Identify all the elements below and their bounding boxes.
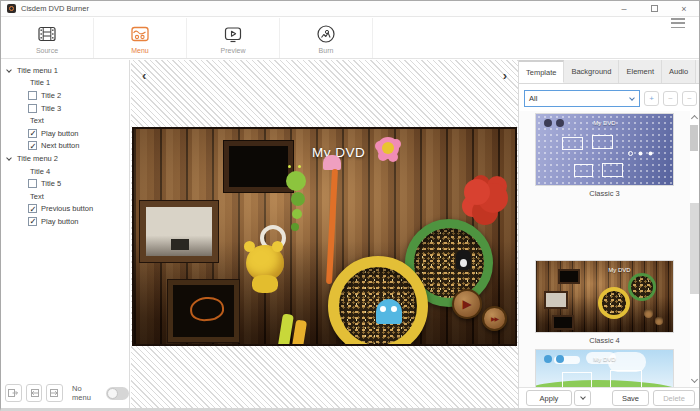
tree-item-play-button-1[interactable]: Play button <box>1 127 129 140</box>
dvd-menu-artwork: My DVD ▶ ▶▶ <box>132 127 517 346</box>
template-panel: Template Background Element Audio All + … <box>518 60 700 408</box>
tab-audio[interactable]: Audio <box>662 60 696 83</box>
tree-group-title-menu-2[interactable]: Title menu 2 <box>1 152 129 165</box>
tree-item-next-button[interactable]: Next button <box>1 140 129 153</box>
maximize-icon <box>651 5 658 12</box>
red-flower-toy-decoration <box>464 179 490 205</box>
checkbox[interactable] <box>28 104 37 113</box>
tab-template[interactable]: Template <box>519 60 564 83</box>
chevron-down-icon[interactable] <box>6 67 12 73</box>
scroll-down-icon[interactable] <box>691 376 698 383</box>
checkbox[interactable] <box>28 91 37 100</box>
tab-background[interactable]: Background <box>564 60 619 83</box>
apply-button[interactable]: Apply <box>526 390 572 406</box>
move-in-right-button[interactable] <box>46 384 63 402</box>
move-in-left-button[interactable] <box>26 384 43 402</box>
placeholder-rect <box>602 163 623 177</box>
template-thumbnail[interactable]: My DVD <box>536 114 673 185</box>
tree-label: Title menu 2 <box>17 154 58 163</box>
template-name: Classic 3 <box>519 189 690 198</box>
tree-item-text-2[interactable]: Text <box>1 190 129 203</box>
mini-frame <box>552 315 574 330</box>
scroll-up-icon[interactable] <box>691 115 698 122</box>
preview-player-icon <box>222 23 244 45</box>
template-list: My DVD Classic 3 My DVD <box>519 111 690 387</box>
tree-item-title-3[interactable]: Title 3 <box>1 102 129 115</box>
next-template-arrow[interactable]: › <box>503 68 507 83</box>
tab-source[interactable]: Source <box>1 18 94 58</box>
maximize-button[interactable] <box>639 1 669 16</box>
delete-button[interactable]: Delete <box>653 390 695 406</box>
panel-controls: All + − − <box>519 85 700 111</box>
tree-item-title-1[interactable]: Title 1 <box>1 77 129 90</box>
menu-play-button[interactable]: ▶ <box>452 289 482 319</box>
checkbox[interactable] <box>28 217 37 226</box>
tree-label: Previous button <box>41 204 93 213</box>
burn-disc-icon <box>315 23 337 45</box>
tree-label: Title 2 <box>41 91 61 100</box>
menu-template-icon <box>129 23 151 45</box>
no-menu-toggle[interactable] <box>106 387 129 400</box>
tab-menu[interactable]: Menu <box>94 18 187 58</box>
close-button[interactable]: × <box>669 1 699 16</box>
tree-item-previous-button[interactable]: Previous button <box>1 203 129 216</box>
panel-footer: Apply Save Delete <box>519 387 700 408</box>
scrollbar-thumb[interactable] <box>690 125 698 151</box>
move-out-button[interactable] <box>5 384 22 402</box>
more-template-button[interactable]: − <box>682 91 697 106</box>
tree-label: Next button <box>41 141 79 150</box>
tree-group-title-menu-1[interactable]: Title menu 1 <box>1 64 129 77</box>
checkbox[interactable] <box>28 204 37 213</box>
tree-item-title-4[interactable]: Title 4 <box>1 165 129 178</box>
mini-yellow-bowl <box>598 287 630 319</box>
tree-item-title-5[interactable]: Title 5 <box>1 177 129 190</box>
thumbnail-title: My DVD <box>566 267 673 273</box>
grass-hill-decoration <box>536 380 673 387</box>
remove-template-button[interactable]: − <box>663 91 678 106</box>
sidebar-footer: No menu <box>1 382 129 404</box>
tab-preview[interactable]: Preview <box>187 18 280 58</box>
thumbnail-title: My DVD <box>536 120 673 126</box>
template-scrollbar[interactable] <box>689 111 700 387</box>
checkbox[interactable] <box>28 141 37 150</box>
template-card-classic-4[interactable]: My DVD Classic 4 <box>519 261 690 345</box>
chevron-down-icon <box>580 394 586 400</box>
template-thumbnail[interactable]: My DVD ◂ ▸ ▸ <box>536 350 673 387</box>
chevron-down-icon[interactable] <box>6 155 12 161</box>
tree-item-play-button-2[interactable]: Play button <box>1 215 129 228</box>
no-menu-label: No menu <box>72 384 100 402</box>
blue-ghost-toy-decoration <box>376 299 402 324</box>
tab-element[interactable]: Element <box>619 60 662 83</box>
tree-label: Play button <box>41 217 79 226</box>
checkbox[interactable] <box>28 129 37 138</box>
checkbox[interactable] <box>28 179 37 188</box>
hamburger-menu-icon[interactable] <box>671 18 685 28</box>
template-filter-dropdown[interactable]: All <box>524 90 640 107</box>
menu-next-button[interactable]: ▶▶ <box>482 306 507 331</box>
arrow-in-left-icon <box>28 387 40 399</box>
tree-label: Title 1 <box>30 78 50 87</box>
template-card-classic-3[interactable]: My DVD Classic 3 <box>519 114 690 198</box>
mini-frame <box>544 291 568 309</box>
mini-green-bowl <box>628 273 656 301</box>
previous-template-arrow[interactable]: ‹ <box>142 68 146 83</box>
app-window: Cisdem DVD Burner – × Source <box>0 0 700 411</box>
save-button[interactable]: Save <box>612 390 649 406</box>
tree-item-text-1[interactable]: Text <box>1 114 129 127</box>
placeholder-rect <box>574 164 593 177</box>
placeholder-rect <box>592 135 613 149</box>
tab-preview-label: Preview <box>221 47 246 54</box>
minimize-button[interactable]: – <box>609 1 639 16</box>
tree-item-title-2[interactable]: Title 2 <box>1 89 129 102</box>
template-thumbnail[interactable]: My DVD <box>536 261 673 332</box>
tab-burn[interactable]: Burn <box>280 18 373 58</box>
dots-decoration <box>628 151 633 156</box>
tab-burn-label: Burn <box>319 47 334 54</box>
tree-label: Title menu 1 <box>17 66 58 75</box>
apply-options-button[interactable] <box>574 390 591 406</box>
template-name: Classic 4 <box>519 336 690 345</box>
tree-label: Title 4 <box>30 167 50 176</box>
title-bar: Cisdem DVD Burner – × <box>1 1 699 17</box>
add-template-button[interactable]: + <box>644 91 659 106</box>
template-card-classic-5[interactable]: My DVD ◂ ▸ ▸ Classic 5 <box>519 350 690 387</box>
